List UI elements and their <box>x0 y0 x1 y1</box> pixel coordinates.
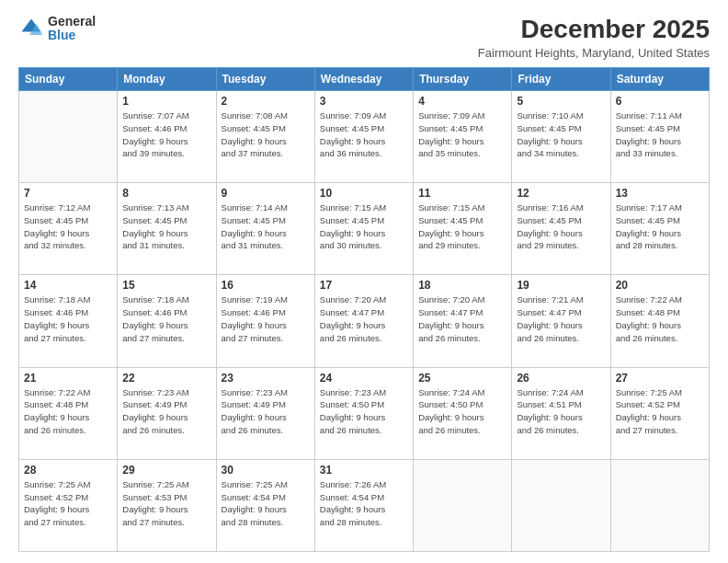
day-info: Sunrise: 7:18 AMSunset: 4:46 PMDaylight:… <box>24 293 112 344</box>
day-info: Sunrise: 7:24 AMSunset: 4:50 PMDaylight:… <box>418 386 506 437</box>
day-number: 3 <box>320 95 408 108</box>
day-info: Sunrise: 7:19 AMSunset: 4:46 PMDaylight:… <box>222 293 310 344</box>
table-row: 24Sunrise: 7:23 AMSunset: 4:50 PMDayligh… <box>314 367 413 459</box>
logo: General Blue <box>18 15 96 43</box>
day-number: 10 <box>320 187 408 200</box>
col-saturday: Saturday <box>610 68 709 91</box>
day-info: Sunrise: 7:16 AMSunset: 4:45 PMDaylight:… <box>517 201 605 252</box>
day-info: Sunrise: 7:18 AMSunset: 4:46 PMDaylight:… <box>122 293 210 344</box>
day-number: 29 <box>122 464 210 477</box>
day-info: Sunrise: 7:25 AMSunset: 4:54 PMDaylight:… <box>222 478 310 529</box>
table-row: 12Sunrise: 7:16 AMSunset: 4:45 PMDayligh… <box>512 183 610 275</box>
table-row: 13Sunrise: 7:17 AMSunset: 4:45 PMDayligh… <box>610 183 709 275</box>
day-number: 2 <box>222 95 310 108</box>
day-number: 22 <box>122 372 210 385</box>
day-number: 20 <box>616 279 704 292</box>
day-number: 9 <box>222 187 310 200</box>
day-number: 4 <box>418 95 506 108</box>
table-row <box>414 459 512 551</box>
col-wednesday: Wednesday <box>314 68 413 91</box>
day-number: 28 <box>24 464 112 477</box>
table-row: 30Sunrise: 7:25 AMSunset: 4:54 PMDayligh… <box>216 459 314 551</box>
day-info: Sunrise: 7:13 AMSunset: 4:45 PMDaylight:… <box>122 201 210 252</box>
day-info: Sunrise: 7:25 AMSunset: 4:52 PMDaylight:… <box>616 386 704 437</box>
day-info: Sunrise: 7:10 AMSunset: 4:45 PMDaylight:… <box>517 109 605 160</box>
subtitle: Fairmount Heights, Maryland, United Stat… <box>478 46 710 60</box>
day-number: 31 <box>320 464 408 477</box>
calendar-week-row: 28Sunrise: 7:25 AMSunset: 4:52 PMDayligh… <box>19 459 710 551</box>
day-info: Sunrise: 7:21 AMSunset: 4:47 PMDaylight:… <box>517 293 605 344</box>
day-info: Sunrise: 7:25 AMSunset: 4:52 PMDaylight:… <box>24 478 112 529</box>
calendar-table: Sunday Monday Tuesday Wednesday Thursday… <box>18 67 710 552</box>
day-number: 27 <box>616 372 704 385</box>
col-monday: Monday <box>118 68 216 91</box>
day-info: Sunrise: 7:22 AMSunset: 4:48 PMDaylight:… <box>616 293 704 344</box>
col-sunday: Sunday <box>19 68 118 91</box>
table-row: 10Sunrise: 7:15 AMSunset: 4:45 PMDayligh… <box>314 183 413 275</box>
day-number: 11 <box>418 187 506 200</box>
day-info: Sunrise: 7:09 AMSunset: 4:45 PMDaylight:… <box>418 109 506 160</box>
day-info: Sunrise: 7:26 AMSunset: 4:54 PMDaylight:… <box>320 478 408 529</box>
day-info: Sunrise: 7:23 AMSunset: 4:49 PMDaylight:… <box>222 386 310 437</box>
day-info: Sunrise: 7:09 AMSunset: 4:45 PMDaylight:… <box>320 109 408 160</box>
table-row: 28Sunrise: 7:25 AMSunset: 4:52 PMDayligh… <box>19 459 118 551</box>
table-row: 3Sunrise: 7:09 AMSunset: 4:45 PMDaylight… <box>314 91 413 183</box>
day-info: Sunrise: 7:20 AMSunset: 4:47 PMDaylight:… <box>418 293 506 344</box>
table-row: 17Sunrise: 7:20 AMSunset: 4:47 PMDayligh… <box>314 275 413 367</box>
logo-icon <box>18 16 44 41</box>
title-area: December 2025 Fairmount Heights, Marylan… <box>478 15 710 60</box>
table-row: 14Sunrise: 7:18 AMSunset: 4:46 PMDayligh… <box>19 275 118 367</box>
day-info: Sunrise: 7:11 AMSunset: 4:45 PMDaylight:… <box>616 109 704 160</box>
day-number: 26 <box>517 372 605 385</box>
logo-text: General Blue <box>48 15 96 43</box>
table-row: 18Sunrise: 7:20 AMSunset: 4:47 PMDayligh… <box>414 275 512 367</box>
day-number: 1 <box>122 95 210 108</box>
day-number: 14 <box>24 279 112 292</box>
day-info: Sunrise: 7:15 AMSunset: 4:45 PMDaylight:… <box>418 201 506 252</box>
table-row: 9Sunrise: 7:14 AMSunset: 4:45 PMDaylight… <box>216 183 314 275</box>
table-row <box>19 91 118 183</box>
table-row: 26Sunrise: 7:24 AMSunset: 4:51 PMDayligh… <box>512 367 610 459</box>
day-number: 16 <box>222 279 310 292</box>
table-row: 5Sunrise: 7:10 AMSunset: 4:45 PMDaylight… <box>512 91 610 183</box>
day-info: Sunrise: 7:24 AMSunset: 4:51 PMDaylight:… <box>517 386 605 437</box>
day-info: Sunrise: 7:15 AMSunset: 4:45 PMDaylight:… <box>320 201 408 252</box>
calendar-week-row: 1Sunrise: 7:07 AMSunset: 4:46 PMDaylight… <box>19 91 710 183</box>
table-row: 20Sunrise: 7:22 AMSunset: 4:48 PMDayligh… <box>610 275 709 367</box>
table-row: 25Sunrise: 7:24 AMSunset: 4:50 PMDayligh… <box>414 367 512 459</box>
table-row: 16Sunrise: 7:19 AMSunset: 4:46 PMDayligh… <box>216 275 314 367</box>
table-row: 6Sunrise: 7:11 AMSunset: 4:45 PMDaylight… <box>610 91 709 183</box>
logo-general-text: General <box>48 15 96 29</box>
table-row: 4Sunrise: 7:09 AMSunset: 4:45 PMDaylight… <box>414 91 512 183</box>
table-row: 31Sunrise: 7:26 AMSunset: 4:54 PMDayligh… <box>314 459 413 551</box>
table-row: 1Sunrise: 7:07 AMSunset: 4:46 PMDaylight… <box>118 91 216 183</box>
col-tuesday: Tuesday <box>216 68 314 91</box>
page: General Blue December 2025 Fairmount Hei… <box>0 0 728 563</box>
table-row <box>610 459 709 551</box>
day-number: 12 <box>517 187 605 200</box>
table-row: 27Sunrise: 7:25 AMSunset: 4:52 PMDayligh… <box>610 367 709 459</box>
day-number: 23 <box>222 372 310 385</box>
table-row: 19Sunrise: 7:21 AMSunset: 4:47 PMDayligh… <box>512 275 610 367</box>
table-row: 2Sunrise: 7:08 AMSunset: 4:45 PMDaylight… <box>216 91 314 183</box>
day-info: Sunrise: 7:17 AMSunset: 4:45 PMDaylight:… <box>616 201 704 252</box>
day-info: Sunrise: 7:25 AMSunset: 4:53 PMDaylight:… <box>122 478 210 529</box>
day-info: Sunrise: 7:14 AMSunset: 4:45 PMDaylight:… <box>222 201 310 252</box>
day-number: 6 <box>616 95 704 108</box>
day-number: 19 <box>517 279 605 292</box>
day-number: 21 <box>24 372 112 385</box>
calendar-header-row: Sunday Monday Tuesday Wednesday Thursday… <box>19 68 710 91</box>
day-info: Sunrise: 7:22 AMSunset: 4:48 PMDaylight:… <box>24 386 112 437</box>
calendar-week-row: 7Sunrise: 7:12 AMSunset: 4:45 PMDaylight… <box>19 183 710 275</box>
table-row: 29Sunrise: 7:25 AMSunset: 4:53 PMDayligh… <box>118 459 216 551</box>
col-friday: Friday <box>512 68 610 91</box>
calendar-week-row: 14Sunrise: 7:18 AMSunset: 4:46 PMDayligh… <box>19 275 710 367</box>
day-info: Sunrise: 7:12 AMSunset: 4:45 PMDaylight:… <box>24 201 112 252</box>
day-number: 25 <box>418 372 506 385</box>
day-number: 30 <box>222 464 310 477</box>
day-number: 13 <box>616 187 704 200</box>
logo-blue-text: Blue <box>48 29 96 42</box>
day-number: 15 <box>122 279 210 292</box>
day-info: Sunrise: 7:23 AMSunset: 4:50 PMDaylight:… <box>320 386 408 437</box>
table-row: 15Sunrise: 7:18 AMSunset: 4:46 PMDayligh… <box>118 275 216 367</box>
